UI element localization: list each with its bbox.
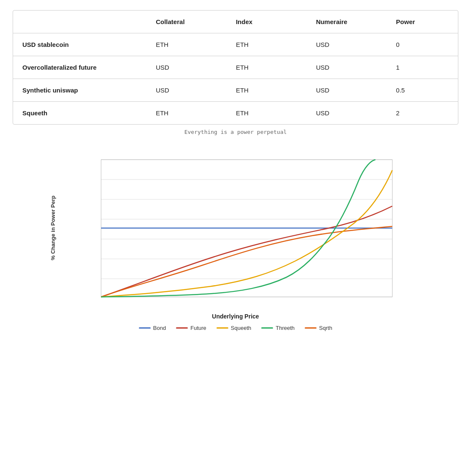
row-name: Squeeth: [13, 102, 146, 125]
row-power: 1: [387, 56, 458, 79]
legend-label-sqrth: Sqrth: [319, 325, 332, 331]
row-index: ETH: [227, 102, 307, 125]
legend-label-squeeth: Squeeth: [231, 325, 251, 331]
table-row: USD stablecoin ETH ETH USD 0: [13, 33, 458, 56]
table-row: Squeeth ETH ETH USD 2: [13, 102, 458, 125]
legend-line-squeeth: [217, 327, 228, 329]
legend-item-squeeth: Squeeth: [217, 325, 251, 331]
legend-item-sqrth: Sqrth: [305, 325, 332, 331]
row-power: 0: [387, 33, 458, 56]
row-index: ETH: [227, 56, 307, 79]
row-name: USD stablecoin: [13, 33, 146, 56]
row-power: 2: [387, 102, 458, 125]
chart-svg-container: [60, 147, 421, 309]
legend-label-threeth: Threeth: [276, 325, 295, 331]
chart-legend: Bond Future Squeeth Threeth Sqrth: [139, 325, 332, 331]
legend-line-threeth: [261, 327, 273, 329]
row-collateral: USD: [146, 79, 227, 102]
row-numeraire: USD: [307, 33, 387, 56]
row-numeraire: USD: [307, 56, 387, 79]
row-power: 0.5: [387, 79, 458, 102]
chart-area: % Change in Power Perp: [50, 147, 421, 309]
y-axis-label: % Change in Power Perp: [50, 196, 56, 260]
row-index: ETH: [227, 79, 307, 102]
header-index: Index: [227, 11, 307, 33]
row-collateral: ETH: [146, 102, 227, 125]
row-numeraire: USD: [307, 79, 387, 102]
legend-line-sqrth: [305, 327, 317, 329]
table-row: Synthetic uniswap USD ETH USD 0.5: [13, 79, 458, 102]
legend-item-threeth: Threeth: [261, 325, 295, 331]
table-row: Overcollateralized future USD ETH USD 1: [13, 56, 458, 79]
data-table: Collateral Index Numeraire Power USD sta…: [13, 10, 458, 125]
chart-wrapper: % Change in Power Perp: [13, 147, 458, 331]
header-numeraire: Numeraire: [307, 11, 387, 33]
row-collateral: USD: [146, 56, 227, 79]
row-numeraire: USD: [307, 102, 387, 125]
row-collateral: ETH: [146, 33, 227, 56]
row-name: Overcollateralized future: [13, 56, 146, 79]
legend-label-bond: Bond: [153, 325, 166, 331]
table-caption: Everything is a power perpetual: [13, 129, 458, 135]
legend-item-future: Future: [176, 325, 206, 331]
legend-label-future: Future: [190, 325, 206, 331]
header-collateral: Collateral: [146, 11, 227, 33]
legend-item-bond: Bond: [139, 325, 166, 331]
row-index: ETH: [227, 33, 307, 56]
x-axis-label: Underlying Price: [212, 313, 259, 320]
row-name: Synthetic uniswap: [13, 79, 146, 102]
header-name: [13, 11, 146, 33]
chart-svg: [60, 147, 421, 307]
header-power: Power: [387, 11, 458, 33]
legend-line-bond: [139, 327, 151, 329]
legend-line-future: [176, 327, 188, 329]
